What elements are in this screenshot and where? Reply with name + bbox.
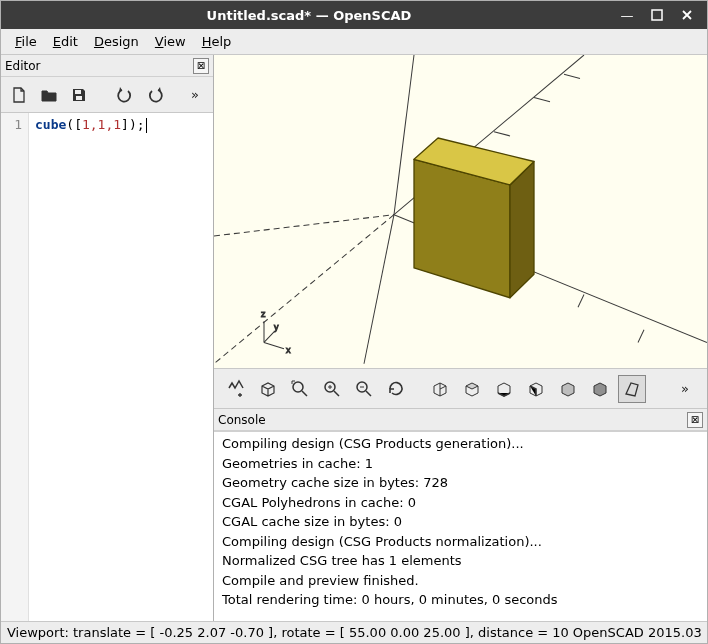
save-file-button[interactable]: [67, 83, 91, 107]
open-file-button[interactable]: [37, 83, 61, 107]
undo-icon: [116, 86, 134, 104]
reset-view-button[interactable]: [382, 375, 410, 403]
svg-point-25: [293, 382, 303, 392]
menu-file[interactable]: File: [7, 31, 45, 52]
minimize-icon: —: [621, 8, 634, 23]
status-bar: Viewport: translate = [ -0.25 2.07 -0.70…: [1, 621, 707, 643]
console-line: Normalized CSG tree has 1 elements: [222, 551, 699, 571]
3d-viewport[interactable]: z x y: [214, 55, 707, 369]
svg-line-28: [334, 391, 339, 396]
svg-text:z: z: [261, 309, 266, 319]
zoom-out-button[interactable]: [350, 375, 378, 403]
maximize-icon: [651, 9, 663, 21]
chevron-right-icon: »: [681, 381, 689, 396]
close-button[interactable]: [675, 5, 699, 25]
preview-icon: [226, 379, 246, 399]
zoom-fit-button[interactable]: [286, 375, 314, 403]
svg-text:y: y: [274, 321, 279, 331]
console-panel: Console ⊠ Compiling design (CSG Products…: [214, 409, 707, 621]
maximize-button[interactable]: [645, 5, 669, 25]
reset-icon: [386, 379, 406, 399]
cube-back-icon: [590, 379, 610, 399]
view-perspective-button[interactable]: [618, 375, 646, 403]
console-line: Compiling design (CSG Products normaliza…: [222, 532, 699, 552]
menu-help[interactable]: Help: [194, 31, 240, 52]
cube-left-icon: [526, 379, 546, 399]
console-line: Compiling design (CSG Products generatio…: [222, 434, 699, 454]
close-panel-icon: ⊠: [197, 60, 205, 71]
editor-panel-header: Editor ⊠: [1, 55, 213, 77]
menu-design[interactable]: Design: [86, 31, 147, 52]
window-titlebar: Untitled.scad* — OpenSCAD —: [1, 1, 707, 29]
editor-panel: Editor ⊠ »: [1, 55, 214, 621]
zoom-out-icon: [354, 379, 374, 399]
svg-line-32: [366, 391, 371, 396]
chevron-right-icon: »: [191, 87, 199, 102]
code-args: 1,1,1: [82, 117, 121, 132]
status-version: OpenSCAD 2015.03: [573, 625, 702, 640]
console-line: Geometry cache size in bytes: 728: [222, 473, 699, 493]
view-bottom-button[interactable]: [490, 375, 518, 403]
redo-icon: [146, 86, 164, 104]
view-front-button[interactable]: [554, 375, 582, 403]
right-pane: z x y: [214, 55, 707, 621]
console-panel-close-button[interactable]: ⊠: [687, 412, 703, 428]
zoom-fit-icon: [290, 379, 310, 399]
view-right-button[interactable]: [426, 375, 454, 403]
cube-face-icon: [430, 379, 450, 399]
cube-bottom-icon: [494, 379, 514, 399]
svg-rect-1: [75, 90, 81, 94]
editor-toolbar-overflow-button[interactable]: »: [183, 83, 207, 107]
render-button[interactable]: [254, 375, 282, 403]
console-output[interactable]: Compiling design (CSG Products generatio…: [214, 431, 707, 621]
undo-button[interactable]: [113, 83, 137, 107]
new-file-icon: [10, 86, 28, 104]
new-file-button[interactable]: [7, 83, 31, 107]
status-viewport: Viewport: translate = [ -0.25 2.07 -0.70…: [7, 625, 569, 640]
code-punct: ([: [66, 117, 82, 132]
3d-scene: z x y: [214, 55, 707, 368]
editor-panel-close-button[interactable]: ⊠: [193, 58, 209, 74]
console-title: Console: [218, 413, 266, 427]
view-back-button[interactable]: [586, 375, 614, 403]
close-panel-icon: ⊠: [691, 414, 699, 425]
svg-rect-2: [76, 96, 82, 100]
text-caret: [146, 118, 147, 133]
open-file-icon: [40, 86, 58, 104]
line-number-gutter: 1: [1, 113, 29, 621]
view-toolbar: »: [214, 369, 707, 409]
minimize-button[interactable]: —: [615, 5, 639, 25]
svg-text:x: x: [286, 345, 291, 355]
menu-edit[interactable]: Edit: [45, 31, 86, 52]
menu-view[interactable]: View: [147, 31, 194, 52]
workspace: Editor ⊠ »: [1, 55, 707, 621]
perspective-icon: [622, 379, 642, 399]
cube-wire-icon: [258, 379, 278, 399]
editor-toolbar: »: [1, 77, 213, 113]
view-toolbar-overflow-button[interactable]: »: [671, 375, 699, 403]
window-title: Untitled.scad* — OpenSCAD: [9, 8, 609, 23]
zoom-in-button[interactable]: [318, 375, 346, 403]
console-line: Total rendering time: 0 hours, 0 minutes…: [222, 590, 699, 610]
console-line: Compile and preview finished.: [222, 571, 699, 591]
code-content[interactable]: cube([1,1,1]);: [29, 113, 213, 621]
redo-button[interactable]: [143, 83, 167, 107]
code-editor[interactable]: 1 cube([1,1,1]);: [1, 113, 213, 621]
svg-rect-0: [652, 10, 662, 20]
svg-line-26: [302, 391, 307, 396]
zoom-in-icon: [322, 379, 342, 399]
view-top-button[interactable]: [458, 375, 486, 403]
console-line: CGAL Polyhedrons in cache: 0: [222, 493, 699, 513]
view-left-button[interactable]: [522, 375, 550, 403]
save-file-icon: [70, 86, 88, 104]
cube-top-icon: [462, 379, 482, 399]
menu-bar: File Edit Design View Help: [1, 29, 707, 55]
line-number: 1: [1, 117, 22, 132]
console-line: Geometries in cache: 1: [222, 454, 699, 474]
preview-button[interactable]: [222, 375, 250, 403]
editor-title: Editor: [5, 59, 41, 73]
cube-front-icon: [558, 379, 578, 399]
close-icon: [681, 9, 693, 21]
console-panel-header: Console ⊠: [214, 409, 707, 431]
code-punct2: ]);: [121, 117, 144, 132]
